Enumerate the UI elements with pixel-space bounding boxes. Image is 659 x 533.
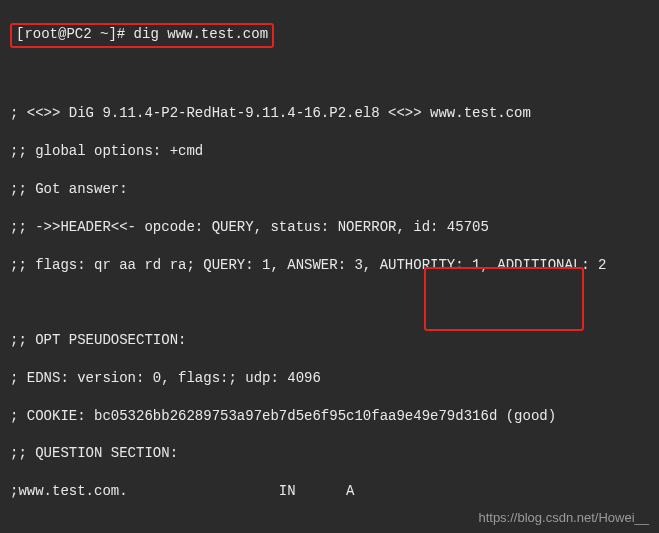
output-line <box>10 67 649 86</box>
watermark-text: https://blog.csdn.net/Howei__ <box>478 509 649 527</box>
output-line: ;; ->>HEADER<<- opcode: QUERY, status: N… <box>10 218 649 237</box>
output-line <box>10 293 649 312</box>
output-line: ;; flags: qr aa rd ra; QUERY: 1, ANSWER:… <box>10 256 649 275</box>
output-line: ; COOKIE: bc05326bb26289753a97eb7d5e6f95… <box>10 407 649 426</box>
terminal-output: [root@PC2 ~]# dig www.test.com ; <<>> Di… <box>0 0 659 533</box>
output-line: ; EDNS: version: 0, flags:; udp: 4096 <box>10 369 649 388</box>
output-line: ;; QUESTION SECTION: <box>10 444 649 463</box>
output-line: ;; Got answer: <box>10 180 649 199</box>
command-highlight: [root@PC2 ~]# dig www.test.com <box>10 23 274 48</box>
output-line: ;; global options: +cmd <box>10 142 649 161</box>
output-line: ;www.test.com. IN A <box>10 482 649 501</box>
shell-prompt-command: [root@PC2 ~]# dig www.test.com <box>16 26 268 42</box>
output-line: ; <<>> DiG 9.11.4-P2-RedHat-9.11.4-16.P2… <box>10 104 649 123</box>
output-line: ;; OPT PSEUDOSECTION: <box>10 331 649 350</box>
